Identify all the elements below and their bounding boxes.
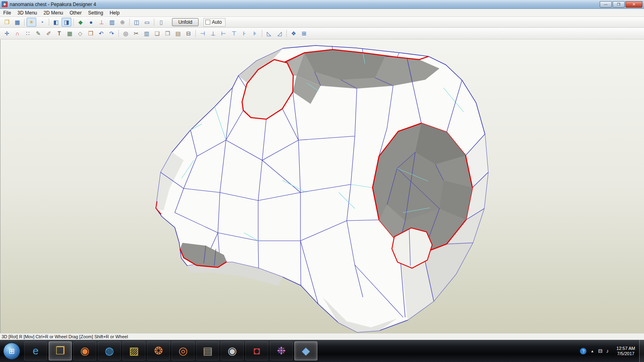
media-player-icon[interactable]: ◉ xyxy=(73,341,96,360)
separator xyxy=(286,30,287,37)
brush-icon[interactable]: ✐ xyxy=(44,29,54,38)
vertex-icon[interactable]: ∷ xyxy=(23,29,33,38)
book-zoom-icon[interactable]: ◎ xyxy=(121,29,130,38)
menu-file[interactable]: File xyxy=(0,9,14,17)
show-desktop-button[interactable] xyxy=(639,340,644,362)
close-button[interactable]: ✕ xyxy=(625,1,642,8)
clock[interactable]: 12:57 AM 7/5/2017 xyxy=(617,346,635,356)
show-hidden-icons-arrow[interactable]: ▲ xyxy=(590,349,594,353)
textured-view-icon[interactable]: ● xyxy=(86,18,96,27)
hp-icon-glyph: ◍ xyxy=(105,345,114,357)
bricks-icon-glyph: ▤ xyxy=(203,345,213,357)
internet-explorer-icon-glyph: e xyxy=(33,345,38,357)
lens-icon[interactable]: ◉ xyxy=(221,341,244,360)
solid-view-icon[interactable]: ◆ xyxy=(76,18,85,27)
auto-group: Auto xyxy=(203,18,226,27)
rotate-right-icon[interactable]: ◿ xyxy=(275,29,284,38)
minimize-button[interactable]: — xyxy=(600,1,612,8)
page-export-icon[interactable]: ❐ xyxy=(163,29,172,38)
save-icon[interactable]: ▦ xyxy=(12,18,22,27)
pepakura-viewer-icon-glyph: ◘ xyxy=(254,345,260,357)
link-icon[interactable]: ⊕ xyxy=(118,18,127,27)
split-view-icon[interactable]: ◫ xyxy=(132,18,141,27)
app-window-icon[interactable]: ▨ xyxy=(122,341,145,360)
axis-icon[interactable]: ⊥ xyxy=(97,18,106,27)
rotate-left-icon[interactable]: ◺ xyxy=(264,29,274,38)
help-tray-icon[interactable]: ? xyxy=(580,348,586,354)
orbit-view-icon[interactable]: ◔ xyxy=(37,18,47,27)
window-controls: — ❐ ✕ xyxy=(600,1,642,8)
frame-icon[interactable]: ▯ xyxy=(156,18,166,27)
unfold-button[interactable]: Unfold xyxy=(172,18,199,26)
bricks-icon[interactable]: ▤ xyxy=(196,341,219,360)
page-icon[interactable]: ❏ xyxy=(152,29,162,38)
align-center-icon[interactable]: ⊥ xyxy=(208,29,218,38)
network-icon[interactable]: ⊟ xyxy=(598,348,603,354)
auto-checkbox[interactable] xyxy=(205,20,210,25)
explorer-icon-glyph: ❒ xyxy=(56,345,65,357)
align-right-icon[interactable]: ⊢ xyxy=(219,29,228,38)
align-left-icon[interactable]: ⊣ xyxy=(198,29,207,38)
image-icon[interactable]: ▦ xyxy=(65,29,75,38)
pen-icon[interactable]: ✎ xyxy=(33,29,43,38)
separator xyxy=(195,30,196,37)
cube-icon[interactable]: ◇ xyxy=(75,29,85,38)
menubar: File3D Menu2D MenuOtherSettingHelp xyxy=(0,9,644,17)
view-front-icon[interactable]: ◧ xyxy=(51,18,61,27)
pepakura-designer-icon-glyph: ◆ xyxy=(302,345,310,357)
chest-model-canvas xyxy=(0,39,644,333)
auto-label: Auto xyxy=(212,19,222,25)
pepakura-designer-icon[interactable]: ◆ xyxy=(294,341,317,360)
clipboard-icon[interactable]: ▤ xyxy=(173,29,183,38)
viewport-3d[interactable] xyxy=(0,39,644,333)
menu-setting[interactable]: Setting xyxy=(85,9,106,17)
separator xyxy=(49,19,49,26)
menu-3d[interactable]: 3D Menu xyxy=(14,9,40,17)
blender-icon[interactable]: ◎ xyxy=(172,341,195,360)
separator xyxy=(24,19,25,26)
pan-zoom-icon[interactable]: ✛ xyxy=(2,29,12,38)
menu-help[interactable]: Help xyxy=(106,9,123,17)
single-view-icon[interactable]: ▭ xyxy=(142,18,152,27)
redo-icon[interactable]: ↷ xyxy=(107,29,116,38)
undo-icon[interactable]: ↶ xyxy=(96,29,106,38)
pepakura-viewer-icon[interactable]: ◘ xyxy=(245,341,268,360)
volume-icon[interactable]: ♪ xyxy=(606,348,609,354)
pattern-icon[interactable]: ✂ xyxy=(131,29,141,38)
open-icon[interactable]: ❒ xyxy=(2,18,12,27)
app-window-icon-glyph: ▨ xyxy=(129,345,139,357)
toolbar-top-icons: ❒▦☀◔◧◨◆●⊥▥⊕◫▭▯ xyxy=(2,18,166,27)
align-middle-icon[interactable]: ⊦ xyxy=(240,29,249,38)
paint-icon[interactable]: ❉ xyxy=(270,341,293,360)
start-button[interactable]: ⊞ xyxy=(1,341,23,360)
taskbar: ⊞e❒◉◍▨❂◎▤◉◘❉◆ ? ▲ ⊟ ♪ 12:57 AM 7/5/2017 xyxy=(0,340,644,362)
internet-explorer-icon[interactable]: e xyxy=(24,341,47,360)
maximize-button[interactable]: ❐ xyxy=(613,1,625,8)
statusbar: 3D [Rot] R [Mov] Ctrl+R or Wheel Drag [Z… xyxy=(0,333,644,340)
print-icon[interactable]: ⊟ xyxy=(184,29,193,38)
text-icon[interactable]: T xyxy=(54,29,64,38)
view-rotate-icon[interactable]: ◨ xyxy=(62,18,71,27)
firefox-icon[interactable]: ❂ xyxy=(147,341,170,360)
titlebar[interactable]: ❖ nanomania chest - Pepakura Designer 4 … xyxy=(0,0,644,9)
system-tray: ? ▲ ⊟ ♪ 12:57 AM 7/5/2017 xyxy=(580,340,644,362)
separator xyxy=(129,19,130,26)
align-bottom-icon[interactable]: ⊧ xyxy=(250,29,260,38)
edge-color-icon[interactable]: ▥ xyxy=(107,18,117,27)
clock-date: 7/5/2017 xyxy=(617,351,635,356)
toolbar-bottom-icons: ✛∩∷✎✐T▦◇❒↶↷◎✂▥❏❐▤⊟⊣⊥⊢⊤⊦⊧◺◿❖⊞ xyxy=(2,29,309,38)
align-top-icon[interactable]: ⊤ xyxy=(229,29,239,38)
chart-icon[interactable]: ▥ xyxy=(142,29,151,38)
package-icon[interactable]: ❒ xyxy=(86,29,95,38)
transform-icon[interactable]: ❖ xyxy=(289,29,298,38)
light-bulb-icon[interactable]: ☀ xyxy=(27,18,36,27)
fit-icon[interactable]: ⊞ xyxy=(299,29,309,38)
app-window: ❖ nanomania chest - Pepakura Designer 4 … xyxy=(0,0,644,362)
explorer-icon[interactable]: ❒ xyxy=(49,341,72,360)
menu-2d[interactable]: 2D Menu xyxy=(40,9,66,17)
window-title: nanomania chest - Pepakura Designer 4 xyxy=(10,2,600,7)
start-button-glyph: ⊞ xyxy=(3,343,20,360)
menu-other[interactable]: Other xyxy=(66,9,85,17)
hp-icon[interactable]: ◍ xyxy=(98,341,121,360)
select-icon[interactable]: ∩ xyxy=(12,29,22,38)
